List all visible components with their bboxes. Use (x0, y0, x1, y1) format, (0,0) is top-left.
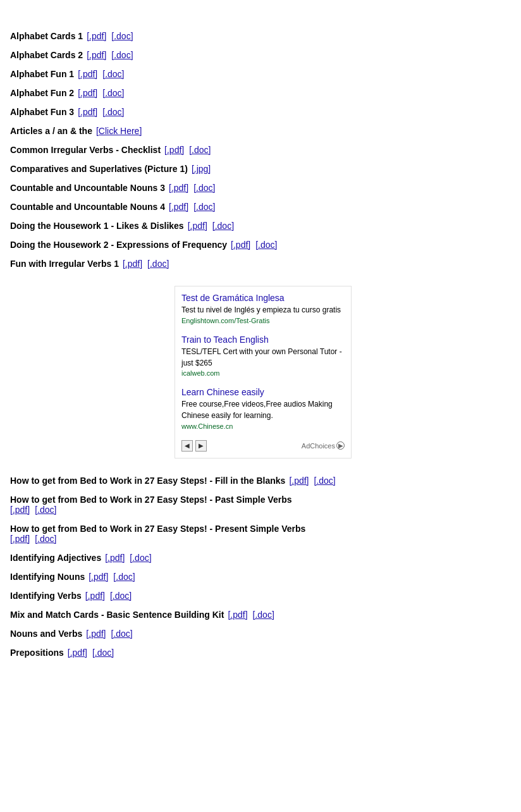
worksheet-link[interactable]: [.pdf] (87, 31, 106, 41)
list-item: Doing the Housework 1 - Likes & Dislikes… (10, 216, 511, 235)
worksheet-label: Common Irregular Verbs - Checklist (10, 145, 161, 155)
list-item: Common Irregular Verbs - Checklist[.pdf]… (10, 140, 511, 159)
ad-title[interactable]: Test de Gramática Inglesa (181, 293, 345, 303)
list-item: Alphabet Fun 2[.pdf][.doc] (10, 83, 511, 102)
list-item: Identifying Nouns[.pdf][.doc] (10, 567, 511, 586)
worksheet-link[interactable]: [.doc] (35, 505, 56, 515)
worksheet-label: Identifying Verbs (10, 591, 82, 601)
worksheet-link[interactable]: [.pdf] (78, 107, 97, 117)
page-title (10, 6, 511, 27)
worksheet-label: How to get from Bed to Work in 27 Easy S… (10, 476, 285, 486)
worksheet-link[interactable]: [.doc] (314, 476, 336, 486)
worksheet-link[interactable]: [.doc] (193, 202, 215, 212)
worksheet-label: Mix and Match Cards - Basic Sentence Bui… (10, 610, 224, 620)
worksheet-link[interactable]: [.jpg] (192, 164, 211, 174)
ad-title[interactable]: Learn Chinese easily (181, 387, 345, 397)
list-item: Nouns and Verbs[.pdf][.doc] (10, 624, 511, 643)
ad-url: icalweb.com (181, 369, 345, 377)
worksheet-link[interactable]: [.pdf] (123, 259, 142, 269)
worksheet-label: Identifying Adjectives (10, 553, 101, 563)
list-item: How to get from Bed to Work in 27 Easy S… (10, 490, 511, 519)
worksheet-link[interactable]: [.pdf] (68, 648, 87, 658)
worksheet-link[interactable]: [.doc] (111, 629, 133, 639)
list-item: Alphabet Fun 3[.pdf][.doc] (10, 102, 511, 121)
list-item: How to get from Bed to Work in 27 Easy S… (10, 519, 511, 548)
list-item: Prepositions[.pdf][.doc] (10, 643, 511, 662)
worksheet-label: How to get from Bed to Work in 27 Easy S… (10, 524, 305, 534)
worksheet-label: Countable and Uncountable Nouns 4 (10, 202, 165, 212)
ad-item: Test de Gramática InglesaTest tu nivel d… (181, 293, 345, 324)
worksheet-label: Alphabet Cards 1 (10, 31, 83, 41)
worksheet-link[interactable]: [.doc] (35, 534, 56, 544)
worksheet-link[interactable]: [.pdf] (78, 88, 97, 98)
list-item: Doing the Housework 2 - Expressions of F… (10, 235, 511, 254)
worksheet-link[interactable]: [.pdf] (228, 610, 247, 620)
list-item: Alphabet Cards 1[.pdf][.doc] (10, 27, 511, 46)
worksheet-link[interactable]: [.doc] (255, 240, 277, 250)
worksheets-bottom-list: How to get from Bed to Work in 27 Easy S… (10, 471, 511, 662)
worksheet-link[interactable]: [.pdf] (85, 591, 105, 601)
worksheet-link[interactable]: [.pdf] (169, 183, 188, 193)
ad-item: Learn Chinese easilyFree course,Free vid… (181, 387, 345, 430)
worksheet-link[interactable]: [.pdf] (105, 553, 125, 563)
ad-url: Englishtown.com/Test-Gratis (181, 317, 345, 324)
ad-container: Test de Gramática InglesaTest tu nivel d… (175, 286, 352, 458)
list-item: Countable and Uncountable Nouns 4[.pdf][… (10, 197, 511, 216)
worksheet-link[interactable]: [.pdf] (10, 505, 30, 515)
worksheet-link[interactable]: [Click Here] (96, 126, 142, 136)
worksheet-link[interactable]: [.pdf] (164, 145, 184, 155)
ad-description: Free course,Free videos,Free audios Maki… (181, 400, 333, 420)
worksheet-label: How to get from Bed to Work in 27 Easy S… (10, 495, 292, 505)
worksheet-link[interactable]: [.doc] (113, 572, 135, 582)
worksheet-link[interactable]: [.doc] (102, 107, 124, 117)
worksheet-label: Alphabet Fun 1 (10, 69, 74, 79)
list-item: Fun with Irregular Verbs 1[.pdf][.doc] (10, 254, 511, 273)
list-item: Identifying Verbs[.pdf][.doc] (10, 586, 511, 605)
worksheet-label: Comparatives and Superlatives (Picture 1… (10, 164, 188, 174)
worksheet-link[interactable]: [.doc] (102, 69, 124, 79)
worksheet-link[interactable]: [.doc] (189, 145, 211, 155)
worksheet-link[interactable]: [.doc] (102, 88, 124, 98)
worksheet-link[interactable]: [.doc] (253, 610, 274, 620)
list-item: Alphabet Cards 2[.pdf][.doc] (10, 46, 511, 65)
worksheet-link[interactable]: [.doc] (212, 221, 234, 231)
worksheet-label: Articles a / an & the (10, 126, 92, 136)
worksheet-link[interactable]: [.pdf] (78, 69, 97, 79)
worksheet-label: Doing the Housework 2 - Expressions of F… (10, 240, 227, 250)
worksheet-link[interactable]: [.pdf] (289, 476, 309, 486)
ad-item: Train to Teach EnglishTESL/TEFL Cert wit… (181, 335, 345, 378)
worksheet-label: Countable and Uncountable Nouns 3 (10, 183, 165, 193)
ad-prev-button[interactable]: ◀ (181, 440, 193, 452)
worksheet-link[interactable]: [.pdf] (169, 202, 188, 212)
list-item: Mix and Match Cards - Basic Sentence Bui… (10, 605, 511, 624)
worksheet-link[interactable]: [.pdf] (89, 572, 108, 582)
ad-next-button[interactable]: ▶ (195, 440, 207, 452)
worksheet-label: Alphabet Cards 2 (10, 50, 83, 60)
worksheet-label: Nouns and Verbs (10, 629, 82, 639)
worksheet-link[interactable]: [.pdf] (87, 50, 106, 60)
worksheet-link[interactable]: [.doc] (111, 31, 133, 41)
worksheet-label: Prepositions (10, 648, 64, 658)
worksheet-link[interactable]: [.pdf] (231, 240, 250, 250)
worksheet-link[interactable]: [.doc] (92, 648, 114, 658)
worksheet-label: Alphabet Fun 3 (10, 107, 74, 117)
worksheet-label: Doing the Housework 1 - Likes & Dislikes (10, 221, 184, 231)
worksheet-link[interactable]: [.doc] (110, 591, 132, 601)
worksheet-link[interactable]: [.doc] (193, 183, 215, 193)
list-item: Alphabet Fun 1[.pdf][.doc] (10, 65, 511, 83)
ad-title[interactable]: Train to Teach English (181, 335, 345, 345)
ad-description: TESL/TEFL Cert with your own Personal Tu… (181, 347, 342, 367)
worksheet-link[interactable]: [.pdf] (10, 534, 30, 544)
list-item: How to get from Bed to Work in 27 Easy S… (10, 471, 511, 490)
worksheet-link[interactable]: [.pdf] (86, 629, 106, 639)
worksheet-link[interactable]: [.pdf] (188, 221, 207, 231)
list-item: Identifying Adjectives[.pdf][.doc] (10, 548, 511, 567)
ad-url: www.Chinese.cn (181, 422, 345, 430)
worksheet-label: Identifying Nouns (10, 572, 85, 582)
list-item: Countable and Uncountable Nouns 3[.pdf][… (10, 178, 511, 197)
worksheet-link[interactable]: [.doc] (111, 50, 133, 60)
worksheet-link[interactable]: [.doc] (130, 553, 151, 563)
list-item: Comparatives and Superlatives (Picture 1… (10, 159, 511, 178)
worksheet-link[interactable]: [.doc] (147, 259, 169, 269)
worksheet-label: Fun with Irregular Verbs 1 (10, 259, 119, 269)
